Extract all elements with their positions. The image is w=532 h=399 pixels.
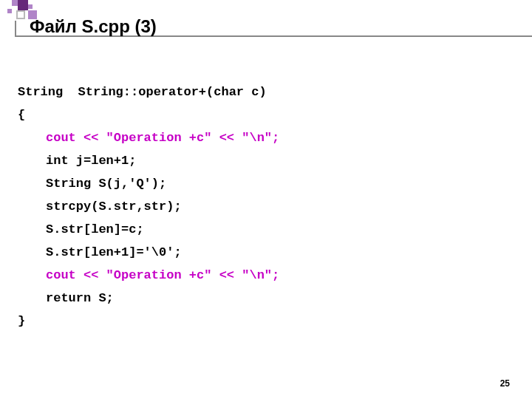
code-line: S.str[len]=c; <box>18 218 144 241</box>
code-line: strcpy(S.str,str); <box>18 195 182 218</box>
page-number: 25 <box>500 378 510 389</box>
code-line: String String::operator+(char c) <box>18 85 267 99</box>
code-line: S.str[len+1]='\0'; <box>18 241 182 264</box>
code-line: cout << "Operation +c" << "\n"; <box>18 264 279 287</box>
code-line: String S(j,'Q'); <box>18 172 166 195</box>
code-line: { <box>18 108 25 122</box>
code-line: } <box>18 314 25 328</box>
page-title: Файл S.cpp (3) <box>30 16 157 37</box>
code-line: cout << "Operation +c" << "\n"; <box>18 126 279 149</box>
code-block: String String::operator+(char c) { cout … <box>18 58 279 332</box>
code-line: return S; <box>18 287 114 310</box>
code-line: int j=len+1; <box>18 149 136 172</box>
